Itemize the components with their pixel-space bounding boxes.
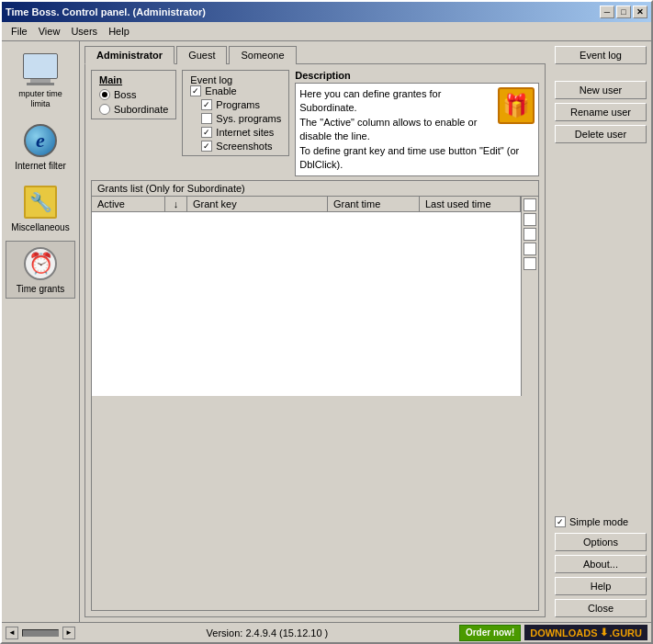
cb-sys-programs-label: Sys. programs xyxy=(216,113,281,124)
cb-internet-box xyxy=(201,127,212,138)
maximize-button[interactable]: □ xyxy=(616,6,631,18)
sidebar-label-misc: Miscellaneous xyxy=(11,222,69,232)
radio-boss-label: Boss xyxy=(114,89,136,100)
delete-user-button[interactable]: Delete user xyxy=(555,125,647,143)
tabs-row: Administrator Guest Someone xyxy=(84,46,546,64)
grants-list-section: Grants list (Only for Subordinate) Activ… xyxy=(91,180,539,611)
menu-help[interactable]: Help xyxy=(103,24,135,39)
radio-subordinate[interactable]: Subordinate xyxy=(99,104,168,115)
tab-guest[interactable]: Guest xyxy=(176,46,227,64)
downloads-badge: DOWNLOADS ⬇ .GURU xyxy=(524,625,647,640)
minimize-button[interactable]: ─ xyxy=(600,6,614,18)
cb-screenshots[interactable]: Screenshots xyxy=(201,141,281,152)
scroll-check-5[interactable] xyxy=(524,257,536,270)
simple-mode-label: Simple mode xyxy=(569,516,628,527)
checkbox-group: Enable Programs Sys. programs xyxy=(190,85,281,152)
grants-list-wrapper: Active ↓ Grant key Grant time Last used … xyxy=(92,197,538,396)
cb-internet[interactable]: Internet sites xyxy=(201,127,281,138)
sidebar-item-time-grants[interactable]: ⏰ Time grants xyxy=(6,241,75,299)
scroll-left-button[interactable]: ◄ xyxy=(6,627,18,639)
scroll-check-4[interactable] xyxy=(524,243,536,255)
options-button[interactable]: Options xyxy=(555,533,647,551)
cb-programs[interactable]: Programs xyxy=(201,99,281,110)
spacer1 xyxy=(555,68,647,77)
about-button[interactable]: About... xyxy=(555,555,647,573)
scroll-check-3[interactable] xyxy=(524,228,536,241)
scroll-check-1[interactable] xyxy=(524,198,536,211)
computer-icon xyxy=(22,51,59,87)
grants-list-title: Grants list (Only for Subordinate) xyxy=(92,181,538,197)
panel-content: Main Boss Subordinate xyxy=(84,63,546,617)
help-button[interactable]: Help xyxy=(555,577,647,595)
sidebar-item-internet-filter[interactable]: e Internet filter xyxy=(6,118,75,175)
radio-subordinate-circle xyxy=(99,104,110,115)
scroll-check-2[interactable] xyxy=(524,213,536,226)
radio-boss-circle xyxy=(99,89,110,100)
misc-icon: 🔧 xyxy=(22,184,59,220)
simple-mode-row: Simple mode xyxy=(555,514,647,529)
title-bar-controls: ─ □ ✕ xyxy=(600,6,647,18)
tab-administrator[interactable]: Administrator xyxy=(84,46,175,64)
guru-text: .GURU xyxy=(610,627,642,638)
main-section-title: Main xyxy=(99,74,168,85)
col-header-active: Active xyxy=(92,197,165,211)
main-window: Time Boss. Control panel. (Administrator… xyxy=(0,0,653,644)
spacer2 xyxy=(555,147,647,511)
col-header-last: Last used time xyxy=(420,197,521,211)
cb-internet-label: Internet sites xyxy=(216,127,274,138)
grants-header: Active ↓ Grant key Grant time Last used … xyxy=(92,197,521,212)
globe-icon: e xyxy=(22,122,59,159)
description-container: Description 🎁 Here you can define grante… xyxy=(295,70,539,176)
cb-screenshots-label: Screenshots xyxy=(216,141,272,152)
event-log-box: Event log Enable Programs xyxy=(182,70,289,156)
window-title: Time Boss. Control panel. (Administrator… xyxy=(6,6,206,17)
sidebar-item-computer-time[interactable]: mputer time limita xyxy=(6,46,75,114)
title-bar: Time Boss. Control panel. (Administrator… xyxy=(2,2,651,22)
sidebar-label-computer: mputer time limita xyxy=(8,89,73,109)
clock-icon: ⏰ xyxy=(22,245,59,282)
grants-list-body xyxy=(92,212,521,396)
order-button[interactable]: Order now! xyxy=(459,625,521,641)
simple-mode-checkbox[interactable] xyxy=(555,516,566,527)
col-header-key: Grant key xyxy=(187,197,328,211)
downloads-icon: ⬇ xyxy=(600,627,608,638)
col-header-sort[interactable]: ↓ xyxy=(165,197,187,211)
cb-sys-programs[interactable]: Sys. programs xyxy=(201,113,281,124)
tab-someone[interactable]: Someone xyxy=(229,46,296,64)
radio-boss[interactable]: Boss xyxy=(99,89,168,100)
cb-enable[interactable]: Enable xyxy=(190,85,281,96)
cb-screenshots-box xyxy=(201,141,212,152)
menu-bar: File View Users Help xyxy=(2,22,651,41)
cb-programs-box xyxy=(201,99,212,110)
menu-users[interactable]: Users xyxy=(65,24,103,39)
cb-sys-programs-box xyxy=(201,113,212,124)
sidebar: mputer time limita e Internet filter 🔧 M… xyxy=(2,41,80,622)
rename-user-button[interactable]: Rename user xyxy=(555,103,647,121)
close-button[interactable]: Close xyxy=(555,599,647,617)
description-text: Here you can define grantes for Subordin… xyxy=(299,88,519,170)
menu-view[interactable]: View xyxy=(33,24,66,39)
gift-icon: 🎁 xyxy=(498,87,535,124)
main-content: mputer time limita e Internet filter 🔧 M… xyxy=(2,41,651,622)
scroll-track[interactable] xyxy=(22,629,59,637)
bottom-bar: ◄ ► Version: 2.4.9.4 (15.12.10 ) Order n… xyxy=(2,622,651,642)
grants-table-container: Active ↓ Grant key Grant time Last used … xyxy=(92,197,521,396)
description-title: Description xyxy=(295,70,539,81)
center-panel: Administrator Guest Someone Main Boss xyxy=(80,41,550,622)
radio-group: Boss Subordinate xyxy=(99,89,168,115)
gift-icon-container: 🎁 xyxy=(498,87,535,124)
cb-programs-label: Programs xyxy=(216,99,260,110)
radio-subordinate-label: Subordinate xyxy=(114,104,168,115)
top-section: Main Boss Subordinate xyxy=(91,70,539,176)
event-log-title: Event log xyxy=(190,74,281,85)
downloads-text: DOWNLOADS xyxy=(530,627,597,638)
sidebar-label-internet: Internet filter xyxy=(15,161,66,171)
event-log-button[interactable]: Event log xyxy=(555,46,647,64)
scroll-right-button[interactable]: ► xyxy=(62,627,75,639)
new-user-button[interactable]: New user xyxy=(555,81,647,99)
close-window-button[interactable]: ✕ xyxy=(633,6,647,18)
sidebar-item-miscellaneous[interactable]: 🔧 Miscellaneous xyxy=(6,179,75,237)
sidebar-label-time-grants: Time grants xyxy=(17,284,64,294)
cb-enable-box xyxy=(190,85,201,96)
menu-file[interactable]: File xyxy=(6,24,33,39)
